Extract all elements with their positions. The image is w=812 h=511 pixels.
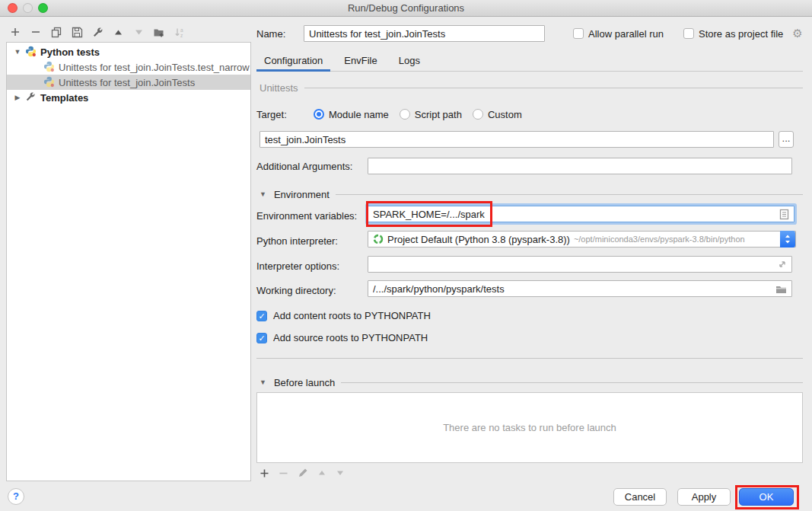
add-source-roots-option[interactable]: ✓ Add source roots to PYTHONPATH bbox=[256, 332, 428, 343]
sort-icon: az bbox=[174, 27, 186, 38]
wrench-icon bbox=[92, 27, 103, 38]
chevron-right-icon[interactable]: ▶ bbox=[13, 94, 22, 101]
traffic-lights bbox=[8, 3, 48, 13]
edit-templates-button[interactable] bbox=[91, 26, 103, 38]
ok-button[interactable]: OK bbox=[739, 488, 794, 506]
environment-variables-value: SPARK_HOME=/.../spark bbox=[373, 209, 779, 220]
move-task-down-button bbox=[336, 468, 345, 477]
python-icon bbox=[25, 46, 37, 58]
dropdown-stepper-icon[interactable] bbox=[780, 231, 795, 248]
target-option-script-path[interactable]: Script path bbox=[400, 109, 462, 120]
add-icon bbox=[10, 27, 21, 37]
wrench-icon bbox=[25, 91, 37, 104]
add-source-roots-label: Add source roots to PYTHONPATH bbox=[273, 332, 428, 343]
unittests-group-header: Unittests bbox=[260, 81, 803, 94]
checked-checkbox-icon[interactable]: ✓ bbox=[256, 311, 267, 321]
svg-text:a: a bbox=[180, 27, 183, 32]
unittests-group-title: Unittests bbox=[260, 82, 298, 94]
working-directory-row: Working directory: bbox=[256, 283, 336, 297]
remove-icon bbox=[279, 468, 288, 478]
tree-item-unittests-test-narrow[interactable]: Unittests for test_join.JoinTests.test_n… bbox=[7, 59, 250, 75]
environment-variables-input[interactable]: SPARK_HOME=/.../spark bbox=[368, 206, 794, 222]
folder-icon[interactable] bbox=[775, 284, 787, 294]
run-debug-configurations-dialog: Run/Debug Configurations az bbox=[0, 0, 812, 511]
target-option-custom[interactable]: Custom bbox=[473, 109, 522, 120]
move-down-icon bbox=[134, 27, 144, 37]
environment-variables-row: Environment variables: bbox=[256, 209, 357, 222]
target-radio-group: Module name Script path Custom bbox=[314, 109, 522, 120]
target-row: Target: Module name Script path Custom bbox=[256, 107, 522, 121]
target-option-module-name[interactable]: Module name bbox=[314, 109, 389, 120]
save-configuration-button[interactable] bbox=[71, 26, 83, 38]
group-divider bbox=[336, 194, 803, 195]
tree-item-templates[interactable]: ▶ Templates bbox=[7, 90, 250, 105]
expand-field-icon[interactable] bbox=[777, 260, 787, 270]
additional-arguments-row: Additional Arguments: bbox=[256, 159, 352, 173]
group-divider bbox=[341, 382, 803, 383]
edit-variables-icon[interactable] bbox=[779, 209, 789, 220]
minimize-window-button bbox=[23, 3, 33, 13]
add-task-button[interactable] bbox=[260, 468, 269, 478]
tree-item-label: Templates bbox=[40, 92, 88, 104]
svg-text:z: z bbox=[180, 32, 183, 37]
edit-pencil-icon bbox=[298, 468, 308, 478]
help-button[interactable]: ? bbox=[8, 488, 24, 505]
no-tasks-message: There are no tasks to run before launch bbox=[443, 422, 616, 433]
copy-icon bbox=[51, 27, 62, 38]
tree-item-unittests-jointests[interactable]: Unittests for test_join.JoinTests bbox=[7, 75, 250, 90]
copy-configuration-button[interactable] bbox=[50, 26, 62, 38]
interpreter-options-row: Interpreter options: bbox=[256, 259, 339, 273]
move-up-button[interactable] bbox=[112, 26, 124, 38]
python-interpreter-path: ~/opt/miniconda3/envs/pyspark-3.8/bin/py… bbox=[574, 235, 745, 244]
additional-arguments-input[interactable] bbox=[368, 158, 792, 174]
checked-checkbox-icon[interactable]: ✓ bbox=[256, 333, 267, 343]
radio-selected-icon[interactable] bbox=[314, 109, 324, 120]
configurations-tree: ▼ Python tests Unittests for test_join.J… bbox=[6, 42, 251, 481]
sort-configurations-button: az bbox=[174, 26, 186, 38]
collapse-triangle-icon[interactable]: ▼ bbox=[260, 378, 266, 386]
target-option-label: Custom bbox=[488, 109, 522, 120]
environment-section-header[interactable]: ▼ Environment bbox=[260, 188, 803, 200]
working-directory-label: Working directory: bbox=[256, 285, 336, 296]
additional-arguments-label: Additional Arguments: bbox=[256, 161, 352, 172]
new-folder-icon bbox=[153, 27, 165, 38]
create-folder-button[interactable] bbox=[153, 26, 165, 38]
cancel-button[interactable]: Cancel bbox=[613, 488, 667, 506]
module-name-input[interactable]: test_join.JoinTests bbox=[260, 131, 774, 148]
chevron-down-icon[interactable]: ▼ bbox=[13, 48, 22, 56]
add-content-roots-option[interactable]: ✓ Add content roots to PYTHONPATH bbox=[256, 310, 431, 321]
target-option-label: Module name bbox=[329, 109, 389, 120]
conda-environment-icon bbox=[373, 234, 384, 244]
collapse-triangle-icon[interactable]: ▼ bbox=[260, 190, 266, 198]
tree-item-label: Python tests bbox=[40, 46, 100, 58]
tree-item-label: Unittests for test_join.JoinTests.test_n… bbox=[59, 62, 250, 73]
target-label: Target: bbox=[256, 109, 314, 120]
working-directory-value: /.../spark/python/pyspark/tests bbox=[373, 283, 775, 295]
remove-configuration-button[interactable] bbox=[30, 26, 42, 38]
group-divider bbox=[304, 88, 803, 88]
move-up-icon bbox=[317, 468, 326, 477]
python-interpreter-select[interactable]: Project Default (Python 3.8 (pyspark-3.8… bbox=[368, 231, 796, 248]
working-directory-input[interactable]: /.../spark/python/pyspark/tests bbox=[368, 280, 792, 297]
apply-button[interactable]: Apply bbox=[677, 488, 731, 506]
before-launch-header[interactable]: ▼ Before launch bbox=[260, 376, 803, 388]
close-window-button[interactable] bbox=[8, 3, 18, 13]
tree-item-label: Unittests for test_join.JoinTests bbox=[59, 77, 195, 88]
interpreter-options-label: Interpreter options: bbox=[256, 260, 339, 272]
tree-item-python-tests[interactable]: ▼ Python tests bbox=[7, 44, 250, 59]
python-interpreter-value: Project Default (Python 3.8 (pyspark-3.8… bbox=[387, 234, 570, 245]
browse-module-button[interactable]: ... bbox=[779, 131, 794, 148]
python-interpreter-row: Python interpreter: bbox=[256, 234, 338, 248]
edit-task-button bbox=[298, 468, 308, 478]
radio-icon[interactable] bbox=[400, 109, 410, 120]
configurations-toolbar: az bbox=[9, 24, 186, 40]
interpreter-options-input[interactable] bbox=[368, 256, 792, 273]
target-option-label: Script path bbox=[415, 109, 462, 120]
radio-icon[interactable] bbox=[473, 109, 483, 120]
add-content-roots-label: Add content roots to PYTHONPATH bbox=[273, 310, 431, 321]
zoom-window-button[interactable] bbox=[38, 3, 48, 13]
module-name-value: test_join.JoinTests bbox=[265, 134, 769, 145]
add-configuration-button[interactable] bbox=[9, 26, 21, 38]
move-down-button bbox=[132, 26, 145, 38]
configuration-form: Unittests Target: Module name Script pat… bbox=[256, 0, 803, 511]
